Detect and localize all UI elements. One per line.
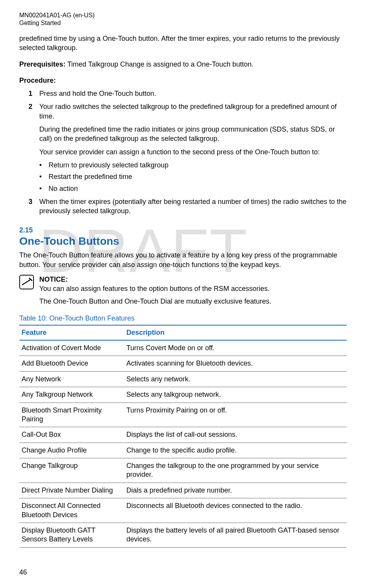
table-cell-description: Selects any network. — [124, 371, 347, 387]
table-row: Change Audio ProfileChange to the specif… — [19, 443, 347, 458]
list-item: •No action — [39, 184, 347, 193]
table-cell-feature: Change Talkgroup — [19, 458, 124, 483]
list-item: •Return to previously selected talkgroup — [39, 160, 347, 170]
bullet-icon: • — [39, 160, 49, 170]
table-row: Any Talkgroup NetworkSelects any talkgro… — [19, 387, 347, 403]
table-header-row: Feature Description — [19, 325, 347, 340]
bullet-text: Restart the predefined time — [49, 172, 132, 181]
table-row: Disconnect All Connected Bluetooth Devic… — [19, 498, 347, 523]
table-cell-description: Disconnects all Bluetooth devices connec… — [124, 498, 347, 523]
step-text: During the predefined time the radio ini… — [39, 125, 347, 144]
table-row: Bluetooth Smart Proximity PairingTurns P… — [19, 403, 347, 427]
procedure-list: 1 Press and hold the One-Touch button. 2… — [29, 89, 347, 215]
table-cell-feature: Any Network — [19, 371, 124, 387]
table-cell-description: Dials a predefined private number. — [124, 483, 347, 498]
table-cell-description: Changes the talkgroup to the one program… — [124, 458, 347, 483]
table-row: Direct Private Number DialingDials a pre… — [19, 483, 347, 498]
table-header-feature: Feature — [19, 325, 124, 340]
table-cell-feature: Any Talkgroup Network — [19, 387, 124, 403]
notice-label: NOTICE: — [39, 276, 68, 283]
table-cell-description: Selects any talkgroup network. — [124, 387, 347, 403]
step-text: Your service provider can assign a funct… — [39, 147, 347, 157]
section-title: One-Touch Buttons — [19, 235, 347, 247]
table-cell-description: Turns Proximity Pairing on or off. — [124, 403, 347, 427]
table-row: Call-Out BoxDisplays the list of call-ou… — [19, 427, 347, 443]
notice-block: NOTICE:You can also assign features to t… — [19, 275, 347, 306]
procedure-step-2: 2 Your radio switches the selected talkg… — [29, 102, 347, 193]
table-cell-description: Turns Covert Mode on or off. — [124, 340, 347, 356]
table-header-description: Description — [124, 325, 347, 340]
table-cell-description: Displays the battery levels of all paire… — [124, 523, 347, 548]
intro-paragraph: predefined time by using a One-Touch but… — [19, 34, 347, 53]
step-text: Press and hold the One-Touch button. — [39, 89, 347, 98]
prerequisites-text: Timed Talkgroup Change is assigned to a … — [65, 60, 254, 68]
list-item: •Restart the predefined time — [39, 172, 347, 181]
section-number: 2.15 — [19, 226, 347, 234]
step-number: 1 — [29, 89, 39, 98]
table-cell-feature: Display Bluetooth GATT Sensors Battery L… — [19, 523, 124, 548]
notice-line: The One-Touch Button and One-Touch Dial … — [39, 297, 271, 306]
bullet-text: No action — [49, 184, 78, 193]
table-row: Any NetworkSelects any network. — [19, 371, 347, 387]
table-cell-feature: Activation of Covert Mode — [19, 340, 124, 356]
notice-icon — [19, 275, 34, 289]
procedure-step-1: 1 Press and hold the One-Touch button. — [29, 89, 347, 98]
table-cell-feature: Disconnect All Connected Bluetooth Devic… — [19, 498, 124, 523]
table-row: Display Bluetooth GATT Sensors Battery L… — [19, 523, 347, 548]
step-text: Your radio switches the selected talkgro… — [39, 102, 347, 121]
table-cell-feature: Change Audio Profile — [19, 443, 124, 458]
doc-section: Getting Started — [19, 19, 347, 27]
table-cell-feature: Call-Out Box — [19, 427, 124, 443]
table-cell-description: Change to the specific audio profile. — [124, 443, 347, 458]
table-cell-feature: Add Bluetooth Device — [19, 356, 124, 371]
prerequisites-line: Prerequisites: Timed Talkgroup Change is… — [19, 60, 347, 69]
bullet-text: Return to previously selected talkgroup — [49, 160, 168, 170]
doc-header: MN002041A01-AG (en-US) Getting Started — [19, 12, 347, 27]
features-table: Feature Description Activation of Covert… — [19, 325, 347, 548]
table-caption: Table 10: One-Touch Button Features — [19, 314, 347, 322]
table-cell-description: Activates scanning for Bluetooth devices… — [124, 356, 347, 371]
table-row: Activation of Covert ModeTurns Covert Mo… — [19, 340, 347, 356]
doc-id: MN002041A01-AG (en-US) — [19, 12, 347, 19]
step-number: 2 — [29, 102, 39, 111]
table-cell-description: Displays the list of call-out sessions. — [124, 427, 347, 443]
bullet-icon: • — [39, 172, 49, 181]
step-text: When the timer expires (potentially afte… — [39, 197, 347, 216]
page-number: 46 — [19, 568, 27, 576]
table-cell-feature: Direct Private Number Dialing — [19, 483, 124, 498]
section-intro: The One-Touch Button feature allows you … — [19, 251, 347, 269]
prerequisites-label: Prerequisites: — [19, 60, 65, 68]
notice-line: You can also assign features to the opti… — [39, 285, 270, 292]
step-bullet-list: •Return to previously selected talkgroup… — [39, 160, 347, 193]
table-row: Change TalkgroupChanges the talkgroup to… — [19, 458, 347, 483]
table-cell-feature: Bluetooth Smart Proximity Pairing — [19, 403, 124, 427]
table-row: Add Bluetooth DeviceActivates scanning f… — [19, 356, 347, 371]
bullet-icon: • — [39, 184, 49, 193]
procedure-label: Procedure: — [19, 76, 347, 85]
procedure-step-3: 3 When the timer expires (potentially af… — [29, 197, 347, 216]
step-number: 3 — [29, 197, 39, 206]
